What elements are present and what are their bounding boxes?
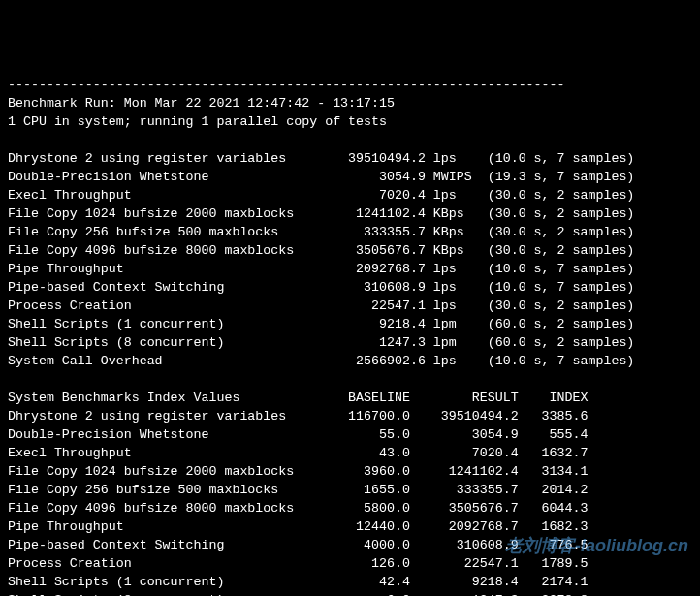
- benchmark-run-line: Benchmark Run: Mon Mar 22 2021 12:47:42 …: [8, 96, 395, 110]
- terminal-output: ----------------------------------------…: [0, 74, 700, 596]
- benchmark-index-table: System Benchmarks Index Values BASELINE …: [8, 391, 588, 596]
- benchmark-results: Dhrystone 2 using register variables 395…: [8, 151, 634, 368]
- divider-top: ----------------------------------------…: [8, 78, 565, 92]
- cpu-info-line: 1 CPU in system; running 1 parallel copy…: [8, 114, 387, 129]
